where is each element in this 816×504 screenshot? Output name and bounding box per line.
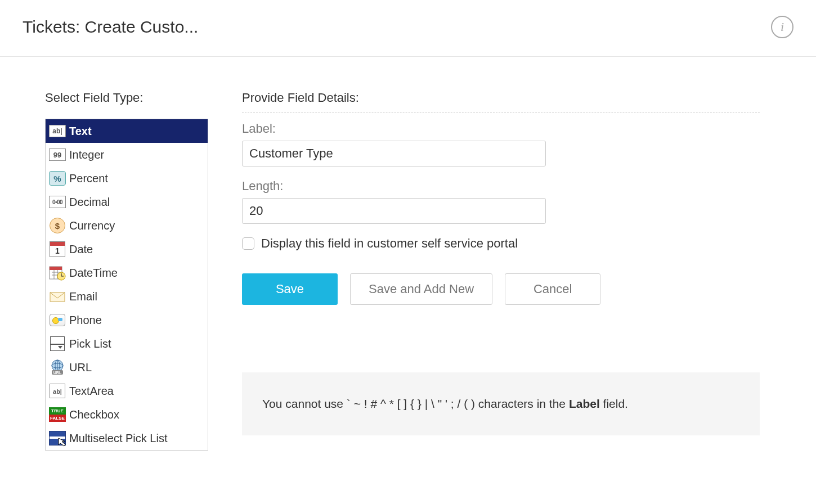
- field-type-label: Decimal: [69, 196, 110, 209]
- length-field-label: Length:: [242, 179, 760, 194]
- label-input[interactable]: [242, 141, 546, 166]
- length-input[interactable]: [242, 198, 546, 224]
- field-type-list: ab|Text99Integer%Percent0•00Decimal$Curr…: [45, 119, 208, 451]
- field-type-label: Checkbox: [69, 408, 119, 421]
- page-title: Tickets: Create Custo...: [23, 17, 198, 37]
- phone-icon: [49, 312, 66, 328]
- save-button[interactable]: Save: [242, 273, 338, 305]
- display-portal-checkbox[interactable]: [242, 237, 254, 250]
- field-type-email[interactable]: Email: [46, 285, 208, 308]
- note-suffix: field.: [600, 397, 628, 410]
- picklist-icon: [49, 335, 66, 352]
- field-type-label: Currency: [69, 219, 115, 232]
- field-type-textarea[interactable]: ab|TextArea: [46, 379, 208, 403]
- percent-icon: %: [49, 170, 66, 187]
- textarea-icon: ab|: [49, 382, 66, 399]
- field-details-panel: Provide Field Details: Label: Length: Di…: [242, 91, 760, 451]
- decimal-icon: 0•00: [49, 194, 66, 210]
- field-type-date[interactable]: Date: [46, 237, 208, 261]
- field-type-panel: Select Field Type: ab|Text99Integer%Perc…: [45, 91, 208, 451]
- info-icon[interactable]: i: [771, 16, 793, 38]
- email-icon: [49, 288, 66, 305]
- note-prefix: You cannot use: [262, 397, 347, 410]
- integer-icon: 99: [49, 146, 66, 163]
- label-field-label: Label:: [242, 122, 760, 136]
- display-portal-label: Display this field in customer self serv…: [261, 236, 518, 251]
- field-type-integer[interactable]: 99Integer: [46, 143, 208, 166]
- svg-text:URL: URL: [53, 371, 62, 375]
- field-type-percent[interactable]: %Percent: [46, 166, 208, 190]
- field-type-datetime[interactable]: DateTime: [46, 261, 208, 285]
- field-type-multiselect[interactable]: Multiselect Pick List: [46, 426, 208, 450]
- field-type-label: Email: [69, 290, 97, 303]
- field-type-label: Integer: [69, 148, 104, 161]
- field-type-url[interactable]: URLURL: [46, 356, 208, 379]
- note-chars: ` ~ ! # ^ * [ ] { } | \ " ' ; / ( ): [347, 397, 475, 410]
- field-type-label: URL: [69, 361, 92, 374]
- datetime-icon: [49, 264, 66, 281]
- date-icon: [49, 241, 66, 258]
- field-type-title: Select Field Type:: [45, 91, 208, 105]
- multiselect-icon: [49, 430, 66, 447]
- save-add-new-button[interactable]: Save and Add New: [350, 273, 492, 305]
- field-type-label: DateTime: [69, 267, 118, 280]
- cancel-button[interactable]: Cancel: [505, 273, 600, 305]
- field-type-label: Text: [69, 125, 92, 138]
- field-type-currency[interactable]: $Currency: [46, 214, 208, 237]
- field-type-phone[interactable]: Phone: [46, 308, 208, 332]
- page-header: Tickets: Create Custo... i: [0, 0, 816, 57]
- field-type-label: Percent: [69, 172, 108, 185]
- field-type-decimal[interactable]: 0•00Decimal: [46, 190, 208, 214]
- url-icon: URL: [49, 359, 66, 376]
- note-middle: characters in the: [475, 397, 569, 410]
- field-type-label: Pick List: [69, 338, 111, 350]
- checkbox-icon: TRUEFALSE: [49, 406, 66, 423]
- svg-rect-1: [50, 267, 62, 270]
- field-type-text[interactable]: ab|Text: [46, 119, 208, 143]
- field-type-picklist[interactable]: Pick List: [46, 332, 208, 356]
- currency-icon: $: [49, 217, 66, 234]
- svg-marker-16: [59, 438, 65, 446]
- field-type-checkbox[interactable]: TRUEFALSECheckbox: [46, 403, 208, 426]
- text-icon: ab|: [49, 123, 66, 140]
- field-type-label: TextArea: [69, 385, 114, 398]
- field-type-label: Multiselect Pick List: [69, 432, 168, 445]
- field-type-label: Phone: [69, 314, 102, 327]
- note-box: You cannot use ` ~ ! # ^ * [ ] { } | \ "…: [242, 372, 760, 435]
- note-bold: Label: [569, 397, 600, 410]
- field-details-title: Provide Field Details:: [242, 91, 760, 112]
- field-type-label: Date: [69, 243, 93, 256]
